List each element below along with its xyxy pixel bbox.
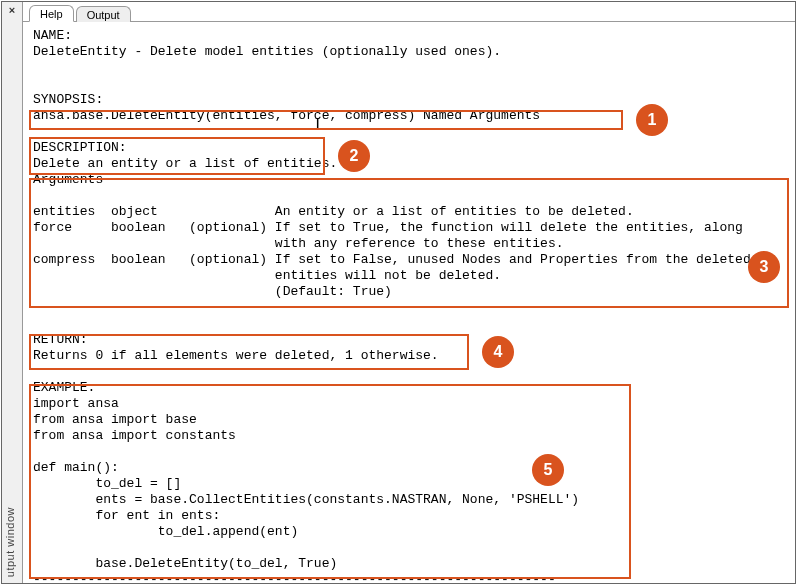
arg-force-2: with any reference to these entities. — [33, 236, 564, 251]
description-header: DESCRIPTION: — [33, 140, 127, 155]
example-header: EXAMPLE: — [33, 380, 95, 395]
panel-title-vertical: utput window — [4, 507, 16, 577]
example-line: def main(): — [33, 460, 119, 475]
name-header: NAME: — [33, 28, 72, 43]
example-rule: ----------------------------------------… — [33, 572, 556, 583]
arg-compress-3: (Default: True) — [33, 284, 392, 299]
name-line: DeleteEntity - Delete model entities (op… — [33, 44, 501, 59]
return-header: RETURN: — [33, 332, 88, 347]
description-line: Delete an entity or a list of entities. — [33, 156, 337, 171]
arguments-header: Arguments — [33, 172, 103, 187]
arg-compress-2: entities will not be deleted. — [33, 268, 501, 283]
example-line: for ent in ents: — [33, 508, 220, 523]
arg-force-1: force boolean (optional) If set to True,… — [33, 220, 743, 235]
example-line: import ansa — [33, 396, 119, 411]
example-line: to_del.append(ent) — [33, 524, 298, 539]
help-document[interactable]: NAME: DeleteEntity - Delete model entiti… — [23, 22, 795, 583]
tabstrip: Help Output — [23, 2, 795, 22]
arg-entities: entities object An entity or a list of e… — [33, 204, 634, 219]
return-line: Returns 0 if all elements were deleted, … — [33, 348, 439, 363]
panel-frame: × utput window Help Output NAME: DeleteE… — [1, 1, 796, 584]
synopsis-line: ansa.base.DeleteEntity(entities, force, … — [33, 108, 540, 123]
example-line: base.DeleteEntity(to_del, True) — [33, 556, 337, 571]
arg-compress-1: compress boolean (optional) If set to Fa… — [33, 252, 751, 267]
close-icon[interactable]: × — [5, 4, 19, 18]
content-area: Help Output NAME: DeleteEntity - Delete … — [22, 2, 795, 583]
example-line: ents = base.CollectEntities(constants.NA… — [33, 492, 579, 507]
tab-help[interactable]: Help — [29, 5, 74, 22]
tab-output[interactable]: Output — [76, 6, 131, 22]
example-line: from ansa import base — [33, 412, 197, 427]
example-line: to_del = [] — [33, 476, 181, 491]
synopsis-header: SYNOPSIS: — [33, 92, 103, 107]
example-line: from ansa import constants — [33, 428, 236, 443]
